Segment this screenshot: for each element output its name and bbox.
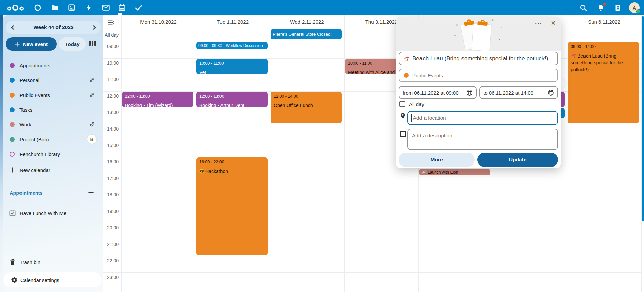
new-calendar-button[interactable]: New calendar	[3, 163, 103, 177]
calendar-name: Tasks	[19, 107, 32, 113]
calendar-event[interactable]: 12:00 - 13:00Booking - Tim (Wizard)	[122, 92, 193, 107]
today-button[interactable]: Today	[59, 37, 86, 51]
event-time: 10:00 - 11:00	[199, 61, 265, 66]
calendar-event[interactable]: 12:00 - 13:00Booking - Arthur Dent	[196, 92, 268, 107]
hour-label: 18:00	[103, 192, 119, 197]
hour-label: 23:00	[103, 275, 119, 280]
search-icon[interactable]	[577, 2, 589, 14]
update-button[interactable]: Update	[477, 153, 558, 167]
hour-label: 21:00	[103, 242, 119, 247]
sunglasses-emoji-icon	[199, 169, 204, 174]
chevron-right-icon[interactable]	[88, 21, 100, 34]
calendar-color-dot	[10, 152, 15, 157]
plus-icon	[10, 167, 15, 173]
day-header[interactable]: Wed 2.11.2022	[270, 18, 344, 26]
activity-icon[interactable]	[83, 2, 94, 13]
globe-icon[interactable]	[466, 89, 473, 96]
grid-line	[567, 15, 567, 292]
share-link-icon[interactable]	[89, 77, 95, 84]
grid-line	[103, 174, 641, 174]
event-title: Vet	[199, 69, 265, 74]
sidebar-calendar-item[interactable]: Work	[3, 117, 103, 132]
event-title: Booking - Tim (Wizard)	[125, 102, 190, 107]
dashboard-icon[interactable]	[32, 2, 43, 13]
all-day-event[interactable]: Pierre's General Store Closed!	[271, 29, 342, 39]
close-icon[interactable]: ×	[548, 17, 559, 28]
rocket-emoji-icon	[421, 170, 426, 175]
hour-label: 11:00	[103, 77, 119, 82]
ellipsis-icon[interactable]: ···	[533, 18, 545, 28]
day-header[interactable]: Sun 6.11.2022	[567, 18, 641, 26]
calendar-settings-button[interactable]: Calendar settings	[3, 272, 102, 287]
description-textarea[interactable]: Add a description	[407, 129, 558, 150]
appointments-heading: Appointments	[10, 190, 42, 196]
sidebar-calendar-item[interactable]: Fenchurch Library	[3, 147, 103, 161]
calendar-icon[interactable]	[116, 2, 128, 13]
globe-icon[interactable]	[548, 89, 554, 96]
sidebar-calendar-item[interactable]: Project (Bob)B	[3, 132, 103, 147]
calendar-color-dot	[10, 78, 15, 83]
calendar-event[interactable]: 09:00 - 09:30 - Workflow Discussion	[196, 42, 268, 49]
sidebar-calendar-item[interactable]: Appointments	[3, 58, 103, 73]
tasks-icon[interactable]	[133, 2, 144, 13]
files-icon[interactable]	[49, 2, 61, 13]
calendar-event[interactable]: 09:00 - 14:00Beach Luau (Bring something…	[568, 42, 639, 123]
calendar-event[interactable]: 12:00 - 14:00Open Office Lunch	[271, 92, 342, 123]
trash-bin-button[interactable]: Trash bin	[3, 255, 103, 269]
calendar-color-dot	[404, 73, 409, 78]
nextcloud-logo-icon[interactable]	[6, 2, 25, 13]
add-appointment-config-button[interactable]	[86, 188, 96, 198]
calendar-color-dot	[10, 93, 15, 98]
location-placeholder: Add a location	[413, 115, 446, 121]
start-datetime-field[interactable]: from 06.11.2022 at 09:00	[399, 86, 477, 99]
more-button[interactable]: More	[399, 153, 475, 167]
vertical-scrollbar[interactable]	[642, 16, 644, 221]
all-day-checkbox-label: All day	[409, 101, 424, 107]
share-link-icon[interactable]	[89, 92, 95, 99]
sidebar-calendar-item[interactable]: Public Events	[3, 87, 103, 102]
active-app-indicator	[118, 13, 122, 15]
appointment-config-item[interactable]: Have Lunch With Me	[3, 206, 103, 220]
calendar-name: Project (Bob)	[19, 137, 49, 142]
grid-line	[103, 289, 641, 289]
event-title: Booking - Arthur Dent	[199, 102, 265, 107]
calendar-color-dot	[10, 63, 15, 68]
location-input[interactable]: Add a location	[407, 111, 558, 125]
sidebar-calendar-item[interactable]: Personal	[3, 73, 103, 87]
sidebar-calendar-item[interactable]: Tasks	[3, 102, 103, 117]
week-navigation: Week 44 of 2022	[6, 21, 101, 34]
calendar-event[interactable]: Launch with Elon	[419, 169, 490, 175]
columns-view-icon[interactable]	[89, 41, 96, 47]
new-event-button[interactable]: New event	[6, 37, 57, 51]
tasks-clipboard-illustration	[452, 18, 505, 51]
photos-icon[interactable]	[66, 2, 77, 13]
contacts-book-icon[interactable]	[611, 2, 623, 14]
hour-label: 15:00	[103, 143, 119, 148]
all-day-checkbox-row[interactable]: All day	[399, 101, 424, 107]
mail-icon[interactable]	[100, 2, 111, 13]
description-placeholder: Add a description	[412, 133, 452, 139]
grid-line	[103, 272, 641, 273]
location-pin-icon	[400, 113, 405, 120]
plus-icon	[15, 42, 20, 47]
event-editor-popup: ··· × Beach Luau (Bring something specia…	[396, 17, 561, 168]
day-header[interactable]: Mon 31.10.2022	[121, 18, 196, 26]
event-title-input[interactable]: Beach Luau (Bring something special for …	[399, 52, 558, 65]
calendar-event[interactable]: 16:00 - 22:00Hackathon	[196, 157, 268, 255]
notification-badge	[603, 3, 606, 6]
all-day-label: All day	[103, 32, 119, 38]
share-link-icon[interactable]	[89, 121, 95, 129]
hour-label: 12:00	[103, 93, 119, 99]
chevron-left-icon[interactable]	[6, 21, 19, 34]
end-datetime-field[interactable]: to 06.11.2022 at 14:00	[479, 86, 558, 99]
menu-open-icon[interactable]	[108, 20, 114, 26]
all-day-checkbox[interactable]	[399, 101, 405, 107]
hour-label: 19:00	[103, 209, 119, 214]
day-header[interactable]: Tue 1.11.2022	[196, 18, 270, 26]
calendar-picker[interactable]: Public Events	[399, 69, 558, 82]
gear-icon	[11, 277, 17, 283]
share-link-icon	[89, 77, 95, 83]
calendar-event[interactable]: 10:00 - 11:00Vet	[196, 59, 268, 74]
trash-icon	[10, 259, 15, 265]
event-time: 09:00 - 14:00	[571, 44, 636, 49]
